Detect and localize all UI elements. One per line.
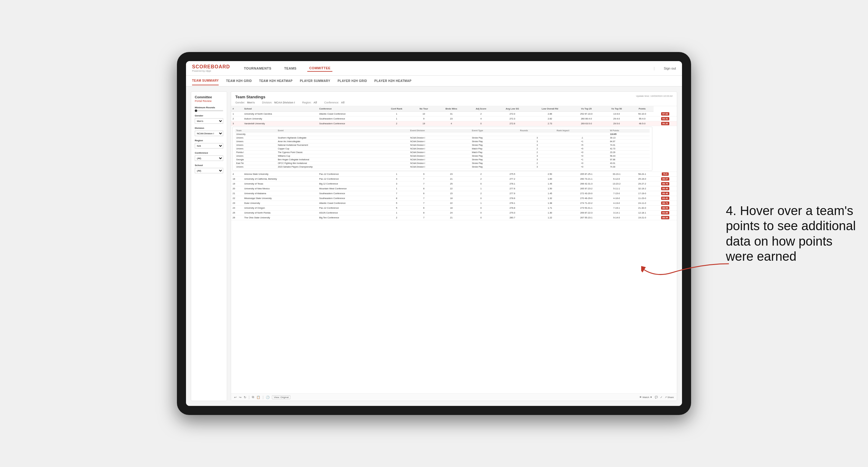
undo-icon[interactable]: ↩	[234, 396, 237, 399]
tablet-device: SCOREBOARD Powered by clippi TOURNAMENTS…	[177, 52, 691, 415]
paste-icon[interactable]: 📋	[256, 396, 260, 399]
tooltip-event: Williams Cup	[277, 154, 409, 158]
points-value[interactable]: 93.31	[661, 117, 669, 120]
redo-icon[interactable]: ↪	[239, 396, 241, 399]
cell-vs25: 5-11-1	[602, 186, 631, 191]
cell-low-overall: 270 46-29-0	[570, 196, 602, 201]
points-value[interactable]: 83.41	[661, 196, 669, 200]
points-value[interactable]: 90.20	[661, 122, 669, 125]
cell-conference: Big Ten Conference	[318, 215, 382, 220]
nav-committee[interactable]: COMMITTEE	[307, 65, 332, 72]
cell-low-overall: 267 55-23-1	[570, 215, 602, 220]
tooltip-type: Stroke Play	[471, 136, 519, 140]
tab-player-h2h-grid[interactable]: PLAYER H2H GRID	[338, 77, 367, 85]
toolbar: ↩ ↪ ↻ | ⧉ 📋 | 🕐 View: Original 👁 Watch	[231, 393, 677, 401]
points-value[interactable]: 97.02	[661, 112, 669, 116]
conference-select[interactable]: (All)	[195, 155, 223, 161]
table-row-highlighted: 3 Vanderbilt University Southeastern Con…	[231, 121, 677, 126]
cell-points[interactable]: 97.02	[654, 112, 677, 117]
cell-points[interactable]: 83.89	[654, 211, 677, 215]
tooltip-team: Univers	[235, 143, 277, 147]
division-select[interactable]: NCAA Division I NCAA Division II	[195, 131, 223, 136]
watch-button[interactable]: 👁 Watch ▼	[639, 396, 652, 399]
cell-points[interactable]: 88.48	[654, 191, 677, 196]
tooltip-data-row: Univers 2023 Sahalee Players Championshi…	[235, 165, 650, 169]
points-value[interactable]: 88.07	[661, 177, 669, 181]
table-row: 21 University of Alabama Southeastern Co…	[231, 191, 677, 196]
cell-points[interactable]: 88.94	[654, 215, 677, 220]
points-value[interactable]: 83.89	[661, 211, 669, 214]
sidebar-title: Committee	[195, 95, 223, 99]
cell-low-overall: 273 53-41-1	[570, 206, 602, 211]
cell-conference: Southeastern Conference	[318, 121, 382, 126]
comment-button[interactable]: 💬	[655, 396, 658, 399]
points-value[interactable]: 88.49	[661, 187, 669, 190]
cell-points[interactable]: 88.49	[654, 186, 677, 191]
logo: SCOREBOARD Powered by clippi	[192, 64, 230, 72]
cell-rank: 24	[231, 206, 243, 211]
tooltip-team: University	[235, 132, 277, 136]
tab-team-h2h-grid[interactable]: TEAM H2H GRID	[226, 77, 252, 85]
tab-player-h2h-heatmap[interactable]: PLAYER H2H HEATMAP	[374, 77, 412, 85]
cell-low-overall: 260 86-4-0	[570, 117, 602, 121]
cell-points[interactable]: 90.20	[654, 121, 677, 126]
cell-points[interactable]: 83.41	[654, 196, 677, 201]
tab-team-h2h-heatmap[interactable]: TEAM H2H HEATMAP	[259, 77, 293, 85]
points-value[interactable]: 88.94	[661, 216, 669, 219]
expand-button[interactable]: ⤢	[660, 396, 662, 399]
cell-conf-rank: 1	[382, 211, 412, 215]
gender-select[interactable]: Men's Women's	[195, 118, 223, 124]
tooltip-team: Univers	[235, 136, 277, 140]
cell-points[interactable]: 93.31	[654, 117, 677, 121]
cell-low-overall: 265 87-25-1	[570, 172, 602, 177]
region-filter-value: All	[313, 101, 317, 104]
min-rounds-slider-thumb	[195, 110, 197, 112]
cell-school: University of Texas	[243, 182, 317, 186]
tooltip-points: 110.65	[609, 132, 650, 136]
cell-school: Vanderbilt University	[243, 121, 317, 126]
cell-points[interactable]: 88.07	[654, 177, 677, 182]
annotation-area: 4. Hover over a team's points to see add…	[726, 203, 862, 271]
nav-teams[interactable]: TEAMS	[282, 65, 298, 71]
sign-out-link[interactable]: Sign out	[664, 66, 676, 70]
clock-icon[interactable]: 🕐	[266, 396, 270, 399]
nav-tournaments[interactable]: TOURNAMENTS	[242, 65, 273, 71]
points-value[interactable]: 79.5	[662, 173, 669, 176]
view-original-button[interactable]: View: Original	[272, 395, 290, 399]
cell-conf-rank: 8	[382, 196, 412, 201]
tab-team-summary[interactable]: TEAM SUMMARY	[192, 76, 219, 85]
cell-vs50: 55-4-0	[631, 117, 654, 121]
cell-points[interactable]: 79.5	[654, 172, 677, 177]
cell-wins: 0	[467, 121, 495, 126]
cell-vs25: 33-19-1	[602, 172, 631, 177]
cell-school: University of Alabama	[243, 191, 317, 196]
cell-vs25: 7-19-1	[602, 206, 631, 211]
tooltip-event: National Invitational Tournament	[277, 143, 409, 147]
cell-bnds: 18	[436, 196, 467, 201]
school-select[interactable]: (All)	[195, 168, 223, 173]
cell-conference: Atlantic Coast Conference	[318, 112, 382, 117]
min-rounds-slider-track[interactable]	[195, 110, 223, 111]
cell-adj-score: 279.3	[495, 211, 530, 215]
tooltip-points: 97.86	[609, 158, 650, 161]
tooltip-col-type: Event Type	[471, 129, 519, 132]
points-value[interactable]: 88.48	[661, 192, 669, 195]
cell-wins: 2	[467, 112, 495, 117]
region-select[interactable]: N/A All	[195, 143, 223, 149]
points-value[interactable]: 88.70	[661, 182, 669, 185]
toolbar-right: 👁 Watch ▼ 💬 ⤢ ↗ Share	[639, 396, 674, 399]
tooltip-event: Copper Cup	[277, 147, 409, 151]
tab-player-summary[interactable]: PLAYER SUMMARY	[300, 77, 330, 85]
share-button[interactable]: ↗ Share	[665, 396, 674, 399]
refresh-icon[interactable]: ↻	[244, 396, 246, 399]
points-value[interactable]: 88.54	[661, 206, 669, 210]
cell-points[interactable]: 88.54	[654, 206, 677, 211]
cell-points[interactable]: 88.70	[654, 182, 677, 186]
cell-points[interactable]: 88.71	[654, 201, 677, 206]
logo-title: SCOREBOARD	[192, 64, 230, 69]
col-adj-score: Adj Score	[467, 106, 495, 112]
copy-icon[interactable]: ⧉	[252, 395, 254, 399]
sidebar-region: Region N/A All	[195, 139, 223, 149]
points-value[interactable]: 88.71	[661, 201, 669, 205]
cell-avg-sg: 1.38	[530, 201, 570, 206]
